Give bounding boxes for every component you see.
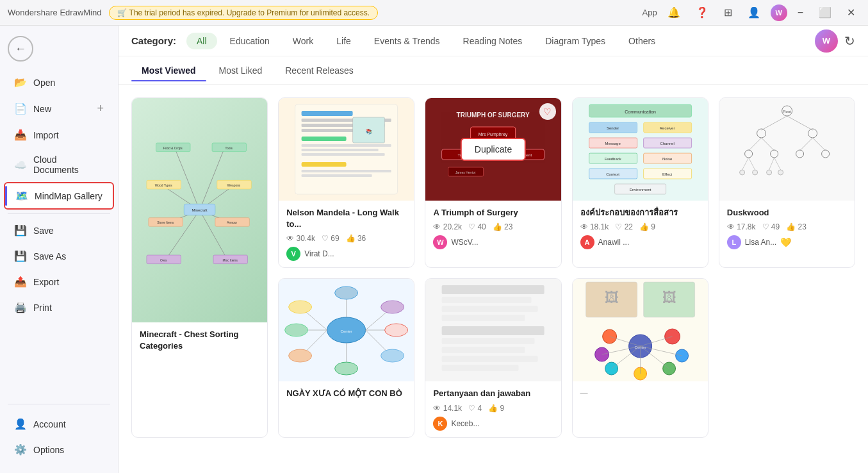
svg-text:📚: 📚: [366, 128, 372, 135]
card-thumb-duskwood: Root: [719, 98, 855, 201]
user-icon[interactable]: 👤: [742, 5, 766, 20]
help-icon[interactable]: ❓: [691, 5, 714, 20]
svg-rect-118: [442, 356, 538, 362]
svg-point-89: [739, 170, 744, 175]
card-title-pertanyaan: Pertanyaan dan jawaban: [433, 388, 553, 399]
gallery-icon: 🗺️: [15, 190, 28, 202]
card-title-ngay: NGÀY XƯA CÓ MỘT CON BÒ: [286, 388, 406, 399]
sidebar-label-account: Account: [33, 419, 66, 429]
svg-point-75: [757, 129, 766, 138]
category-section: Category: All Education Work Life Events…: [131, 33, 666, 49]
svg-line-85: [742, 158, 748, 170]
sidebar-item-export[interactable]: 📤 Export: [4, 269, 114, 294]
category-all[interactable]: All: [186, 33, 217, 49]
sidebar-item-gallery[interactable]: 🗺️ MindMap Gallery: [4, 182, 114, 210]
card-stats-pertanyaan: 👁 14.1k ♡ 4 👍 9: [433, 404, 553, 413]
tab-most-viewed[interactable]: Most Viewed: [131, 60, 206, 81]
svg-rect-27: [302, 111, 353, 116]
comments-duskwood: 👍 23: [786, 222, 807, 231]
tab-recent[interactable]: Recent Releases: [275, 60, 364, 81]
card-thumb-minecraft: Minecraft Food & Crops Wood Types Stone …: [132, 98, 267, 322]
svg-text:Receiver: Receiver: [659, 126, 675, 130]
save-icon: 💾: [14, 224, 27, 236]
saveas-icon: 💾: [14, 250, 27, 262]
sidebar-item-print[interactable]: 🖨️ Print: [4, 295, 114, 320]
svg-text:Armour: Armour: [227, 221, 237, 224]
account-icon: 👤: [14, 418, 27, 430]
sidebar-item-new[interactable]: 📄 New +: [4, 95, 114, 122]
card-stats-org: 👁 18.1k ♡ 22 👍 9: [580, 222, 700, 231]
card-thumb-colorful: 🖼 🖼 Center: [573, 279, 708, 381]
notification-icon[interactable]: 🔔: [662, 5, 685, 20]
card-title-surgery: A Triumph of Surgery: [433, 207, 553, 219]
sidebar-label-save: Save: [33, 226, 54, 236]
views-surgery: 👁 20.2k: [433, 222, 462, 231]
svg-rect-35: [302, 162, 347, 167]
card-thumb-surgery: Duplicate ♡ TRIUMPH OF SURGERY Mrs Pumph…: [425, 98, 561, 201]
svg-line-80: [812, 138, 825, 151]
author-avatar-org: A: [580, 235, 594, 249]
sidebar-item-cloud[interactable]: ☁️ Cloud Documents: [4, 148, 114, 181]
card-colorful[interactable]: 🖼 🖼 Center: [572, 278, 708, 437]
svg-point-96: [289, 301, 312, 313]
tab-most-liked[interactable]: Most Liked: [209, 60, 273, 81]
card-title-nelson: Nelson Mandela - Long Walk to...: [286, 207, 406, 230]
maximize-button[interactable]: ⬜: [814, 5, 837, 20]
card-pertanyaan[interactable]: Pertanyaan dan jawaban 👁 14.1k ♡ 4 👍 9 K…: [425, 278, 561, 437]
upgrade-badge[interactable]: 🛒 The trial period has expired. Upgrade …: [109, 6, 378, 20]
user-avatar-large[interactable]: W: [815, 29, 838, 53]
sidebar-item-account[interactable]: 👤 Account: [4, 411, 114, 436]
title-bar-right: App 🔔 ❓ ⊞ 👤 W − ⬜ ✕: [643, 4, 860, 21]
gallery-grid: Minecraft Food & Crops Wood Types Stone …: [131, 97, 855, 438]
svg-rect-114: [442, 315, 525, 321]
category-others[interactable]: Others: [618, 33, 666, 49]
svg-text:Stone Items: Stone Items: [157, 221, 174, 224]
new-icon: 📄: [14, 103, 27, 115]
category-events[interactable]: Events & Trends: [364, 33, 450, 49]
sidebar-item-open[interactable]: 📂 Open: [4, 70, 114, 95]
duplicate-overlay[interactable]: Duplicate: [461, 138, 526, 161]
card-surgery[interactable]: Duplicate ♡ TRIUMPH OF SURGERY Mrs Pumph…: [425, 97, 561, 268]
likes-nelson: ♡ 69: [322, 234, 340, 243]
tab-bar: Most Viewed Most Liked Recent Releases: [119, 56, 868, 85]
category-education[interactable]: Education: [220, 33, 280, 49]
svg-text:Effect: Effect: [662, 172, 673, 176]
card-minecraft[interactable]: Minecraft Food & Crops Wood Types Stone …: [131, 97, 268, 438]
close-button[interactable]: ✕: [842, 5, 860, 20]
svg-point-110: [335, 362, 358, 375]
comments-org: 👍 9: [639, 222, 655, 231]
sidebar: ← 📂 Open 📄 New + 📥 Import ☁️ Cloud Docum…: [0, 26, 119, 473]
sidebar-label-gallery: MindMap Gallery: [35, 191, 102, 201]
svg-point-106: [381, 349, 404, 362]
likes-surgery: ♡ 40: [468, 222, 486, 231]
comments-surgery: 👍 23: [493, 222, 513, 231]
sidebar-item-import[interactable]: 📥 Import: [4, 122, 114, 147]
content-area: Category: All Education Work Life Events…: [119, 26, 868, 473]
user-avatar[interactable]: W: [771, 4, 787, 21]
sidebar-item-options[interactable]: ⚙️ Options: [4, 437, 114, 462]
card-duskwood[interactable]: Root: [719, 97, 855, 268]
category-label: Category:: [131, 35, 176, 46]
category-work[interactable]: Work: [283, 33, 323, 49]
minimize-button[interactable]: −: [792, 6, 808, 20]
svg-line-77: [748, 138, 761, 151]
category-reading[interactable]: Reading Notes: [453, 33, 533, 49]
refresh-button[interactable]: ↻: [844, 33, 855, 49]
svg-rect-33: [302, 149, 379, 151]
likes-org: ♡ 22: [615, 222, 633, 231]
svg-text:Tools: Tools: [225, 147, 233, 150]
card-stats-surgery: 👁 20.2k ♡ 40 👍 23: [433, 222, 553, 231]
card-ngay[interactable]: Center: [278, 278, 414, 437]
back-button[interactable]: ←: [8, 36, 33, 62]
card-org[interactable]: Communication Sender Receiver Message Ch…: [572, 97, 708, 268]
top-nav: Category: All Education Work Life Events…: [119, 26, 868, 56]
card-nelson[interactable]: 📚 Nelson Mandela - Long Walk to... 👁 30.…: [278, 97, 414, 268]
gallery-container[interactable]: Minecraft Food & Crops Wood Types Stone …: [119, 85, 868, 473]
sidebar-divider-2: [8, 404, 110, 404]
sidebar-item-save[interactable]: 💾 Save: [4, 218, 114, 243]
sidebar-item-saveas[interactable]: 💾 Save As: [4, 244, 114, 269]
category-life[interactable]: Life: [326, 33, 361, 49]
category-diagram[interactable]: Diagram Types: [535, 33, 616, 49]
card-body-duskwood: Duskwood 👁 17.8k ♡ 49 👍 23 L Lisa An... …: [719, 201, 855, 256]
apps-icon[interactable]: ⊞: [719, 5, 737, 20]
